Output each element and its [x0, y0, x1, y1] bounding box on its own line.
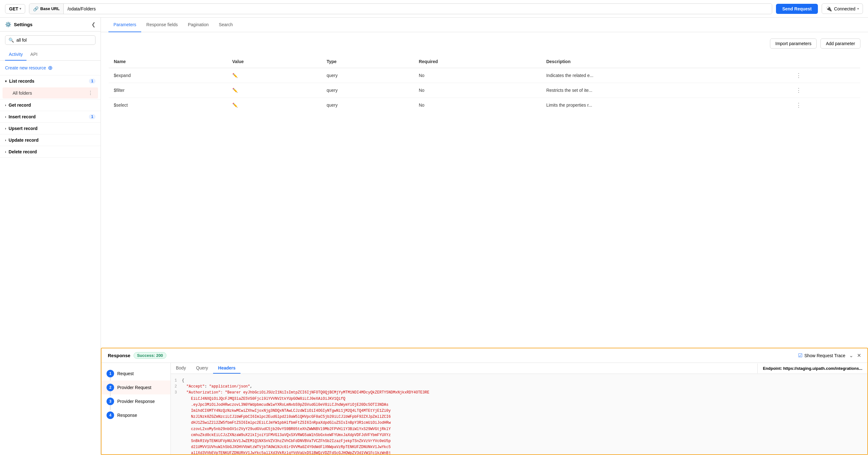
- update-record-header[interactable]: › Update record: [0, 135, 100, 146]
- param-description: Limits the properties r...: [541, 98, 791, 113]
- delete-record-chevron-icon: ›: [5, 150, 6, 154]
- col-header-description: Description: [541, 55, 791, 68]
- main-layout: ⚙️ Settings ❮ 🔍 Activity API Create new …: [0, 18, 868, 455]
- success-badge: Success: 200: [134, 352, 166, 359]
- parameters-table: Name Value Type Required Description $ex…: [108, 55, 861, 113]
- param-name: $filter: [109, 83, 227, 98]
- param-row-menu[interactable]: ⋮: [791, 98, 860, 113]
- response-body: 1 Request 2 Provider Request 3 Provider …: [101, 363, 867, 454]
- param-value-cell: ✏️: [227, 98, 321, 113]
- list-records-header[interactable]: ▾ List records 1: [0, 76, 100, 87]
- tab-activity[interactable]: Activity: [5, 49, 27, 61]
- row-menu-icon[interactable]: ⋮: [796, 102, 802, 108]
- param-value-cell: ✏️: [227, 68, 321, 83]
- show-request-trace-toggle[interactable]: ☑ Show Request Trace: [798, 352, 845, 359]
- insert-record-chevron-icon: ›: [5, 115, 6, 119]
- base-url-label: 🔗 Base URL: [29, 4, 64, 14]
- response-header: Response Success: 200 ☑ Show Request Tra…: [101, 348, 867, 363]
- list-records-badge: 1: [89, 79, 95, 84]
- param-row-menu[interactable]: ⋮: [791, 83, 860, 98]
- response-tab-query[interactable]: Query: [191, 363, 213, 374]
- content-area: Parameters Response fields Pagination Se…: [101, 18, 868, 455]
- step-3-badge: 3: [106, 398, 114, 405]
- tab-api[interactable]: API: [27, 49, 41, 61]
- connection-chevron-icon: ▾: [857, 7, 859, 10]
- import-parameters-button[interactable]: Import parameters: [770, 38, 817, 49]
- tab-response-fields[interactable]: Response fields: [141, 18, 183, 32]
- table-row: $select ✏️ query No Limits the propertie…: [109, 98, 861, 113]
- param-row-menu[interactable]: ⋮: [791, 68, 860, 83]
- parameters-area: Import parameters Add parameter Name Val…: [101, 32, 868, 348]
- search-input[interactable]: [17, 37, 92, 42]
- code-block: 1 { 2 "Accept": "application/json", 3 "A…: [175, 378, 864, 454]
- method-chevron-icon: ▾: [20, 7, 21, 10]
- response-tab-headers[interactable]: Headers: [213, 363, 241, 374]
- edit-icon[interactable]: ✏️: [232, 103, 238, 108]
- step-response[interactable]: 4 Response: [101, 408, 170, 422]
- param-required: No: [414, 68, 541, 83]
- search-bar: 🔍: [5, 35, 95, 45]
- nav-item-all-folders[interactable]: All folders ⋮: [2, 87, 98, 98]
- step-provider-response[interactable]: 3 Provider Response: [101, 394, 170, 408]
- step-4-badge: 4: [106, 411, 114, 419]
- sidebar-tabs: Activity API: [0, 49, 100, 61]
- tab-search[interactable]: Search: [214, 18, 238, 32]
- param-type: query: [321, 83, 414, 98]
- table-row: $expand ✏️ query No Indicates the relate…: [109, 68, 861, 83]
- insert-record-badge: 1: [89, 114, 95, 119]
- plug-icon: 🔌: [826, 6, 832, 12]
- param-value-cell: ✏️: [227, 83, 321, 98]
- collapse-sidebar-button[interactable]: ❮: [91, 22, 95, 27]
- step-1-badge: 1: [106, 370, 114, 377]
- step-2-badge: 2: [106, 384, 114, 391]
- create-resource-button[interactable]: Create new resource ⊕: [0, 61, 100, 76]
- request-steps: 1 Request 2 Provider Request 3 Provider …: [101, 363, 171, 454]
- response-header-right: ☑ Show Request Trace ⌄ ✕: [798, 352, 861, 359]
- top-bar: GET ▾ 🔗 Base URL Send Request 🔌 Connecte…: [0, 0, 868, 18]
- send-request-button[interactable]: Send Request: [776, 4, 818, 14]
- param-type: query: [321, 68, 414, 83]
- tab-pagination[interactable]: Pagination: [183, 18, 214, 32]
- sidebar-title: ⚙️ Settings: [5, 22, 32, 27]
- url-input[interactable]: [64, 4, 772, 14]
- delete-record-header[interactable]: › Delete record: [0, 146, 100, 158]
- param-description: Indicates the related e...: [541, 68, 791, 83]
- step-request[interactable]: 1 Request: [101, 367, 170, 380]
- row-menu-icon[interactable]: ⋮: [796, 87, 802, 93]
- upsert-record-chevron-icon: ›: [5, 127, 6, 130]
- link-icon: 🔗: [33, 6, 38, 11]
- row-menu-icon[interactable]: ⋮: [796, 72, 802, 79]
- connection-status[interactable]: 🔌 Connected ▾: [822, 3, 863, 14]
- response-area: Response Success: 200 ☑ Show Request Tra…: [101, 348, 868, 455]
- edit-icon[interactable]: ✏️: [232, 73, 238, 78]
- insert-record-header[interactable]: › Insert record 1: [0, 111, 100, 122]
- param-name: $select: [109, 98, 227, 113]
- close-response-button[interactable]: ✕: [857, 352, 861, 359]
- nav-item-dots-icon[interactable]: ⋮: [88, 90, 93, 96]
- response-label: Response: [108, 353, 130, 358]
- param-required: No: [414, 83, 541, 98]
- nav-section-get-record: › Get record: [0, 99, 100, 111]
- step-provider-request[interactable]: 2 Provider Request: [101, 380, 170, 394]
- param-name: $expand: [109, 68, 227, 83]
- param-description: Restricts the set of ite...: [541, 83, 791, 98]
- edit-icon[interactable]: ✏️: [232, 88, 238, 93]
- response-tab-body[interactable]: Body: [171, 363, 191, 374]
- get-record-header[interactable]: › Get record: [0, 99, 100, 111]
- method-label: GET: [9, 6, 18, 11]
- url-bar: 🔗 Base URL: [29, 3, 772, 14]
- expand-response-button[interactable]: ⌄: [849, 352, 853, 359]
- nav-section-list-records: ▾ List records 1 All folders ⋮: [0, 76, 100, 99]
- table-row: $filter ✏️ query No Restricts the set of…: [109, 83, 861, 98]
- add-parameter-button[interactable]: Add parameter: [820, 38, 861, 49]
- col-header-value: Value: [227, 55, 321, 68]
- sidebar: ⚙️ Settings ❮ 🔍 Activity API Create new …: [0, 18, 101, 455]
- response-code-area: 1 { 2 "Accept": "application/json", 3 "A…: [171, 374, 867, 454]
- nav-section-delete-record: › Delete record: [0, 146, 100, 158]
- response-tabs-bar: Body Query Headers Endpoint: https://sta…: [171, 363, 867, 374]
- method-select[interactable]: GET ▾: [5, 4, 25, 13]
- upsert-record-header[interactable]: › Upsert record: [0, 123, 100, 134]
- tab-parameters[interactable]: Parameters: [108, 18, 141, 32]
- sidebar-header: ⚙️ Settings ❮: [0, 18, 100, 32]
- content-tabs-bar: Parameters Response fields Pagination Se…: [101, 18, 868, 32]
